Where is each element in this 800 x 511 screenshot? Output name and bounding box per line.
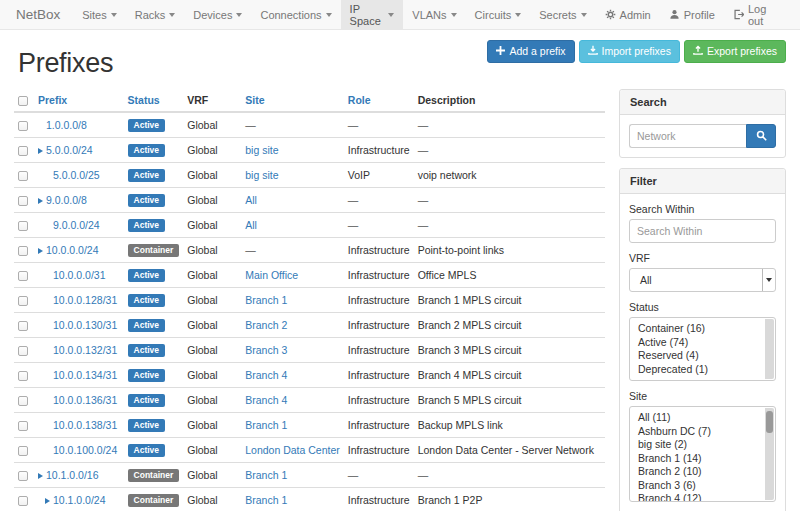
site-link[interactable]: big site (245, 144, 278, 156)
nav-item-devices[interactable]: Devices (184, 0, 251, 29)
expand-arrow-icon[interactable] (38, 198, 43, 204)
row-checkbox[interactable] (18, 196, 28, 206)
site-link[interactable]: Branch 2 (245, 319, 287, 331)
row-checkbox[interactable] (18, 246, 28, 256)
scrollbar-track[interactable] (765, 319, 774, 379)
prefix-link[interactable]: 10.0.0.0/24 (46, 244, 99, 256)
add-prefix-button[interactable]: Add a prefix (487, 40, 574, 63)
export-prefixes-button[interactable]: Export prefixes (684, 40, 786, 63)
nav-item-admin[interactable]: Admin (596, 0, 660, 29)
site-link[interactable]: big site (245, 169, 278, 181)
row-checkbox[interactable] (18, 496, 28, 506)
row-checkbox[interactable] (18, 221, 28, 231)
nav-item-ip-space[interactable]: IP Space (341, 0, 404, 29)
checkbox-cell (14, 238, 34, 263)
row-checkbox[interactable] (18, 371, 28, 381)
nav-item-secrets[interactable]: Secrets (530, 0, 595, 29)
prefix-link[interactable]: 10.0.100.0/24 (53, 444, 117, 456)
nav-item-label: Admin (620, 9, 651, 21)
column-header-prefix[interactable]: Prefix (34, 89, 124, 112)
listbox-option[interactable]: Branch 4 (12) (630, 492, 775, 502)
nav-item-circuits[interactable]: Circuits (466, 0, 531, 29)
row-checkbox[interactable] (18, 146, 28, 156)
app-brand[interactable]: NetBox (0, 0, 73, 29)
expand-arrow-icon[interactable] (38, 248, 43, 254)
search-input[interactable] (629, 124, 746, 148)
site-link[interactable]: All (245, 219, 257, 231)
row-checkbox[interactable] (18, 346, 28, 356)
prefix-link[interactable]: 9.0.0.0/8 (46, 194, 87, 206)
listbox-option[interactable]: Branch 3 (6) (630, 479, 775, 493)
column-header-site[interactable]: Site (241, 89, 344, 112)
prefix-link[interactable]: 10.0.0.136/31 (53, 394, 117, 406)
prefix-link[interactable]: 10.0.0.130/31 (53, 319, 117, 331)
row-checkbox[interactable] (18, 471, 28, 481)
site-link[interactable]: All (245, 194, 257, 206)
row-checkbox[interactable] (18, 171, 28, 181)
status-badge: Active (128, 144, 166, 157)
row-checkbox[interactable] (18, 421, 28, 431)
site-link[interactable]: Main Office (245, 269, 298, 281)
table-row: 10.0.0.136/31ActiveGlobalBranch 4Infrast… (14, 388, 605, 413)
checkbox-cell (14, 388, 34, 413)
select-all-checkbox[interactable] (18, 96, 28, 106)
nav-item-logout[interactable]: Log out (724, 0, 790, 29)
row-checkbox[interactable] (18, 446, 28, 456)
prefix-link[interactable]: 5.0.0.0/25 (53, 169, 100, 181)
nav-item-connections[interactable]: Connections (251, 0, 340, 29)
listbox-option[interactable]: Deprecated (1) (630, 363, 775, 377)
import-prefixes-button[interactable]: Import prefixes (579, 40, 680, 63)
row-checkbox[interactable] (18, 296, 28, 306)
prefix-link[interactable]: 9.0.0.0/24 (53, 219, 100, 231)
site-link[interactable]: Branch 1 (245, 494, 287, 506)
expand-arrow-icon[interactable] (38, 148, 43, 154)
nav-item-profile[interactable]: Profile (660, 0, 724, 29)
scrollbar-thumb[interactable] (766, 411, 773, 433)
listbox-option[interactable]: Ashburn DC (7) (630, 425, 775, 439)
listbox-option[interactable]: Reserved (4) (630, 349, 775, 363)
listbox-option[interactable]: Branch 1 (14) (630, 452, 775, 466)
site-link[interactable]: Branch 1 (245, 294, 287, 306)
filter-label-status: Status (629, 301, 776, 313)
status-cell: Active (124, 138, 184, 163)
prefix-link[interactable]: 10.0.0.138/31 (53, 419, 117, 431)
row-checkbox[interactable] (18, 396, 28, 406)
prefix-link[interactable]: 10.1.0.0/16 (46, 469, 99, 481)
column-header-role[interactable]: Role (344, 89, 414, 112)
listbox-option[interactable]: Branch 2 (10) (630, 465, 775, 479)
status-cell: Active (124, 163, 184, 188)
filter-select-vrf[interactable]: All (629, 268, 776, 292)
status-cell: Active (124, 438, 184, 463)
listbox-option[interactable]: Container (16) (630, 322, 775, 336)
nav-item-sites[interactable]: Sites (73, 0, 125, 29)
prefix-link[interactable]: 1.0.0.0/8 (46, 119, 87, 131)
site-link[interactable]: Branch 4 (245, 369, 287, 381)
site-link[interactable]: Branch 3 (245, 344, 287, 356)
site-cell: Branch 4 (241, 363, 344, 388)
prefix-link[interactable]: 10.0.0.128/31 (53, 294, 117, 306)
site-link[interactable]: London Data Center (245, 444, 340, 456)
prefix-link[interactable]: 10.0.0.0/31 (53, 269, 106, 281)
nav-item-racks[interactable]: Racks (126, 0, 185, 29)
row-checkbox[interactable] (18, 271, 28, 281)
site-link[interactable]: Branch 4 (245, 394, 287, 406)
site-link[interactable]: Branch 1 (245, 419, 287, 431)
listbox-option[interactable]: big site (2) (630, 438, 775, 452)
prefix-link[interactable]: 10.1.0.0/24 (53, 494, 106, 506)
nav-item-vlans[interactable]: VLANs (403, 0, 465, 29)
checkbox-cell (14, 463, 34, 488)
filter-input-search-within[interactable] (629, 219, 776, 243)
prefix-link[interactable]: 10.0.0.134/31 (53, 369, 117, 381)
row-checkbox[interactable] (18, 121, 28, 131)
nav-item-label: Devices (193, 9, 232, 21)
column-header-status[interactable]: Status (124, 89, 184, 112)
prefix-link[interactable]: 5.0.0.0/24 (46, 144, 93, 156)
expand-arrow-icon[interactable] (45, 498, 50, 504)
search-button[interactable] (746, 124, 776, 148)
row-checkbox[interactable] (18, 321, 28, 331)
site-link[interactable]: Branch 1 (245, 469, 287, 481)
expand-arrow-icon[interactable] (38, 473, 43, 479)
listbox-option[interactable]: All (11) (630, 411, 775, 425)
prefix-link[interactable]: 10.0.0.132/31 (53, 344, 117, 356)
listbox-option[interactable]: Active (74) (630, 336, 775, 350)
